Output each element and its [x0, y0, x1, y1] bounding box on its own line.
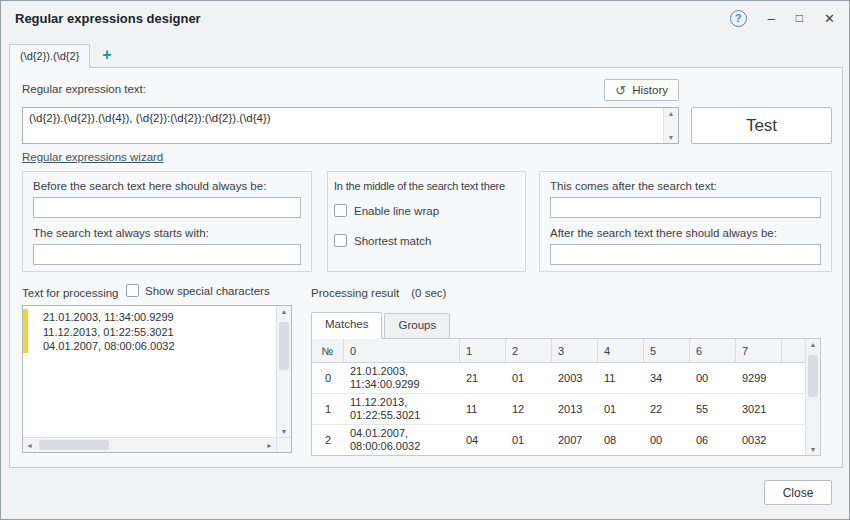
source-line: 21.01.2003, 11:34:00.9299: [23, 310, 276, 325]
group-cell: 01: [506, 425, 552, 455]
regex-input-scrollbar[interactable]: ▲ ▼: [663, 108, 678, 143]
header-cell[interactable]: 5: [644, 339, 690, 362]
header-cell[interactable]: 4: [598, 339, 644, 362]
vertical-scrollbar[interactable]: ▲ ▼: [276, 306, 291, 437]
group-cell: 01: [598, 394, 644, 424]
middle-panel: In the middle of the search text there E…: [327, 171, 526, 272]
group-cell: 21: [460, 363, 506, 393]
close-button[interactable]: Close: [764, 480, 832, 505]
group-cell: 2003: [552, 363, 598, 393]
header-cell[interactable]: 3: [552, 339, 598, 362]
row-number-cell: 0: [312, 363, 344, 393]
add-tab-plus-icon[interactable]: +: [90, 46, 123, 68]
checkbox-icon[interactable]: [126, 284, 139, 297]
group-cell: 22: [644, 394, 690, 424]
header-cell[interactable]: 1: [460, 339, 506, 362]
tab-expression[interactable]: (\d{2}).(\d{2}: [9, 44, 90, 68]
group-cell: 08: [598, 425, 644, 455]
group-cell: 2007: [552, 425, 598, 455]
group-cell: 00: [690, 363, 736, 393]
regex-wizard-link[interactable]: Regular expressions wizard: [22, 151, 163, 163]
show-special-characters-label: Show special characters: [145, 285, 270, 297]
header-cell[interactable]: 0: [344, 339, 460, 362]
group-cell: 0032: [736, 425, 782, 455]
group-cell: 01: [506, 363, 552, 393]
table-row[interactable]: 2 04.01.2007, 08:00:06.0032 04 01 2007 0…: [312, 425, 805, 456]
starts-with-label: The search text always starts with:: [33, 227, 301, 239]
source-text-content[interactable]: 21.01.2003, 11:34:00.9299 11.12.2013, 01…: [23, 306, 276, 437]
tab-groups[interactable]: Groups: [384, 313, 450, 339]
match-cell: 11.12.2013, 01:22:55.3021: [344, 394, 460, 424]
result-tabstrip: Matches Groups: [311, 312, 452, 339]
header-cell[interactable]: 6: [690, 339, 736, 362]
group-cell: 04: [460, 425, 506, 455]
group-cell: 2013: [552, 394, 598, 424]
table-row[interactable]: 1 11.12.2013, 01:22:55.3021 11 12 2013 0…: [312, 394, 805, 425]
group-cell: 11: [598, 363, 644, 393]
scroll-right-icon[interactable]: ►: [266, 442, 273, 449]
checkbox-icon[interactable]: [334, 234, 347, 247]
before-panel: Before the search text here should alway…: [22, 171, 312, 272]
group-cell: 34: [644, 363, 690, 393]
group-cell: 06: [690, 425, 736, 455]
scroll-up-icon[interactable]: ▲: [810, 341, 817, 348]
expression-tabstrip: (\d{2}).(\d{2} +: [9, 44, 124, 68]
after-always-input[interactable]: [550, 244, 821, 265]
header-filler: [782, 339, 805, 362]
before-always-label: Before the search text here should alway…: [33, 180, 301, 192]
header-cell[interactable]: №: [312, 339, 344, 362]
regex-input[interactable]: (\d{2}).(\d{2}).(\d{4}), (\d{2}):(\d{2})…: [23, 108, 663, 143]
tab-page: Regular expression text: ↺ History (\d{2…: [9, 67, 843, 468]
group-cell: 55: [690, 394, 736, 424]
source-line: 11.12.2013, 01:22:55.3021: [23, 325, 276, 340]
show-special-characters-checkbox[interactable]: Show special characters: [126, 284, 270, 297]
test-button[interactable]: Test: [691, 107, 832, 144]
checkbox-icon[interactable]: [334, 204, 347, 217]
match-cell: 04.01.2007, 08:00:06.0032: [344, 425, 460, 455]
titlebar: Regular expressions designer ? – □ ✕: [1, 1, 849, 35]
minimize-icon[interactable]: –: [768, 12, 775, 25]
help-icon[interactable]: ?: [730, 10, 747, 27]
scroll-up-icon[interactable]: ▲: [281, 308, 288, 315]
results-table: № 0 1 2 3 4 5 6 7 0 21.01.2003, 11:34:00…: [311, 338, 821, 456]
scrollbar-thumb[interactable]: [808, 355, 818, 397]
table-row[interactable]: 0 21.01.2003, 11:34:00.9299 21 01 2003 1…: [312, 363, 805, 394]
scrollbar-thumb[interactable]: [39, 440, 109, 450]
group-cell: 9299: [736, 363, 782, 393]
after-always-label: After the search text there should alway…: [550, 227, 821, 239]
maximize-icon[interactable]: □: [796, 12, 803, 24]
after-text-input[interactable]: [550, 197, 821, 218]
table-header-row: № 0 1 2 3 4 5 6 7: [312, 339, 805, 363]
processing-result-row: Processing result (0 sec): [311, 287, 446, 299]
history-icon: ↺: [615, 83, 626, 98]
group-cell: 3021: [736, 394, 782, 424]
starts-with-input[interactable]: [33, 244, 301, 265]
table-vertical-scrollbar[interactable]: ▲ ▼: [805, 339, 820, 455]
tab-matches[interactable]: Matches: [311, 312, 382, 339]
scroll-up-icon[interactable]: ▲: [668, 110, 675, 117]
enable-line-wrap-label: Enable line wrap: [354, 205, 439, 217]
text-for-processing-label: Text for processing: [22, 287, 119, 299]
shortest-match-checkbox[interactable]: Shortest match: [334, 234, 519, 247]
group-cell: 12: [506, 394, 552, 424]
row-number-cell: 1: [312, 394, 344, 424]
before-always-input[interactable]: [33, 197, 301, 218]
close-window-icon[interactable]: ✕: [824, 12, 835, 25]
scroll-down-icon[interactable]: ▼: [668, 134, 675, 141]
scroll-down-icon[interactable]: ▼: [810, 446, 817, 453]
scroll-down-icon[interactable]: ▼: [281, 428, 288, 435]
scrollbar-thumb[interactable]: [279, 322, 289, 370]
group-cell: 00: [644, 425, 690, 455]
header-cell[interactable]: 2: [506, 339, 552, 362]
after-text-label: This comes after the search text:: [550, 180, 821, 192]
header-cell[interactable]: 7: [736, 339, 782, 362]
horizontal-scrollbar[interactable]: ◄ ►: [23, 437, 276, 452]
scroll-left-icon[interactable]: ◄: [26, 442, 33, 449]
source-line: 04.01.2007, 08:00:06.0032: [23, 339, 276, 354]
processing-time: (0 sec): [411, 287, 446, 299]
source-text-area[interactable]: 21.01.2003, 11:34:00.9299 11.12.2013, 01…: [22, 305, 292, 453]
history-button[interactable]: ↺ History: [604, 79, 679, 101]
scrollbar-corner: [276, 437, 291, 452]
enable-line-wrap-checkbox[interactable]: Enable line wrap: [334, 204, 519, 217]
after-panel: This comes after the search text: After …: [539, 171, 832, 272]
